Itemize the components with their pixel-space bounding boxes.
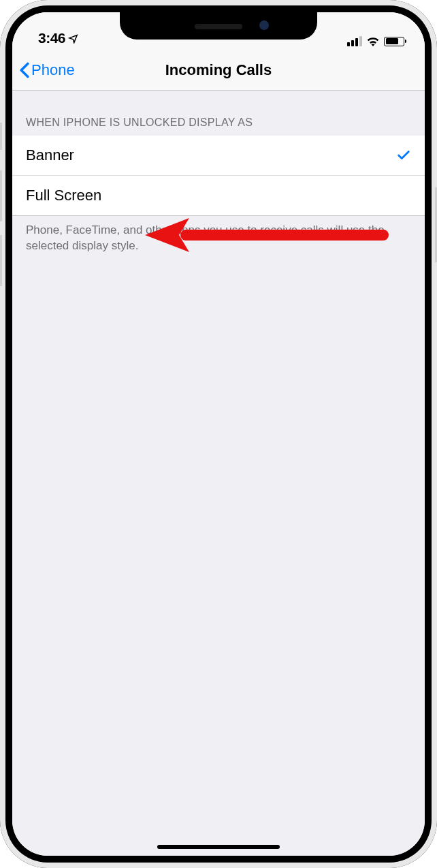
- volume-up-button: [0, 170, 2, 221]
- content: WHEN IPHONE IS UNLOCKED DISPLAY AS Banne…: [12, 91, 425, 261]
- volume-down-button: [0, 235, 2, 286]
- battery-icon: [384, 37, 404, 46]
- status-bar-right: [347, 36, 404, 46]
- status-bar-left: 3:46: [38, 30, 78, 46]
- option-banner[interactable]: Banner: [12, 136, 425, 176]
- chevron-left-icon: [19, 62, 30, 78]
- option-label: Banner: [26, 146, 74, 164]
- phone-frame: 3:46 Phone Incoming Calls WHEN IPHONE: [0, 0, 437, 868]
- notch: [120, 12, 317, 40]
- back-button[interactable]: Phone: [19, 61, 75, 79]
- option-label: Full Screen: [26, 187, 101, 204]
- option-full-screen[interactable]: Full Screen: [12, 176, 425, 216]
- back-label: Phone: [31, 61, 75, 79]
- mute-switch: [0, 123, 2, 150]
- location-icon: [68, 33, 78, 44]
- home-indicator[interactable]: [157, 845, 280, 849]
- nav-bar: Phone Incoming Calls: [12, 50, 425, 91]
- wifi-icon: [366, 36, 380, 46]
- status-time: 3:46: [38, 30, 65, 46]
- screen: 3:46 Phone Incoming Calls WHEN IPHONE: [12, 12, 425, 856]
- cellular-signal-icon: [347, 36, 362, 46]
- section-header: WHEN IPHONE IS UNLOCKED DISPLAY AS: [12, 91, 425, 136]
- checkmark-icon: [396, 148, 411, 163]
- section-footer: Phone, FaceTime, and other apps you use …: [12, 216, 425, 261]
